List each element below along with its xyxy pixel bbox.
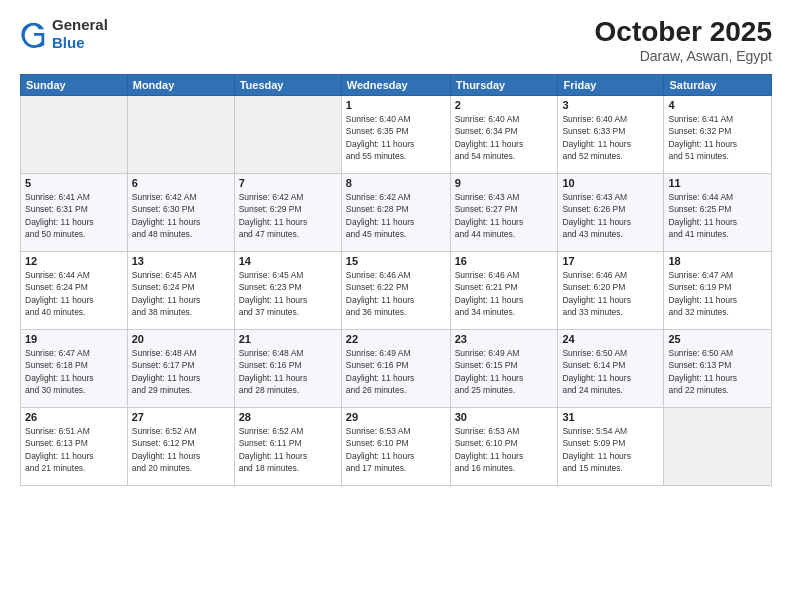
calendar-cell: 3Sunrise: 6:40 AM Sunset: 6:33 PM Daylig…: [558, 96, 664, 174]
logo-blue: Blue: [52, 34, 85, 51]
day-number: 2: [455, 99, 554, 111]
title-block: October 2025 Daraw, Aswan, Egypt: [595, 16, 772, 64]
day-number: 23: [455, 333, 554, 345]
calendar-cell: 22Sunrise: 6:49 AM Sunset: 6:16 PM Dayli…: [341, 330, 450, 408]
day-info: Sunrise: 6:43 AM Sunset: 6:26 PM Dayligh…: [562, 191, 659, 240]
calendar-cell: 14Sunrise: 6:45 AM Sunset: 6:23 PM Dayli…: [234, 252, 341, 330]
day-number: 12: [25, 255, 123, 267]
logo-general: General: [52, 16, 108, 33]
day-number: 27: [132, 411, 230, 423]
day-number: 17: [562, 255, 659, 267]
day-info: Sunrise: 6:52 AM Sunset: 6:11 PM Dayligh…: [239, 425, 337, 474]
calendar-week-row: 26Sunrise: 6:51 AM Sunset: 6:13 PM Dayli…: [21, 408, 772, 486]
calendar-table: SundayMondayTuesdayWednesdayThursdayFrid…: [20, 74, 772, 486]
day-number: 19: [25, 333, 123, 345]
day-info: Sunrise: 6:46 AM Sunset: 6:20 PM Dayligh…: [562, 269, 659, 318]
day-info: Sunrise: 6:40 AM Sunset: 6:34 PM Dayligh…: [455, 113, 554, 162]
day-number: 3: [562, 99, 659, 111]
day-number: 22: [346, 333, 446, 345]
calendar-cell: 17Sunrise: 6:46 AM Sunset: 6:20 PM Dayli…: [558, 252, 664, 330]
month-title: October 2025: [595, 16, 772, 48]
calendar-cell: [127, 96, 234, 174]
day-number: 10: [562, 177, 659, 189]
calendar-week-row: 19Sunrise: 6:47 AM Sunset: 6:18 PM Dayli…: [21, 330, 772, 408]
logo-text: General Blue: [52, 16, 108, 52]
weekday-header-saturday: Saturday: [664, 75, 772, 96]
calendar-cell: [234, 96, 341, 174]
day-info: Sunrise: 6:53 AM Sunset: 6:10 PM Dayligh…: [455, 425, 554, 474]
day-info: Sunrise: 6:44 AM Sunset: 6:24 PM Dayligh…: [25, 269, 123, 318]
calendar-week-row: 1Sunrise: 6:40 AM Sunset: 6:35 PM Daylig…: [21, 96, 772, 174]
day-number: 15: [346, 255, 446, 267]
day-info: Sunrise: 6:46 AM Sunset: 6:21 PM Dayligh…: [455, 269, 554, 318]
calendar-cell: 24Sunrise: 6:50 AM Sunset: 6:14 PM Dayli…: [558, 330, 664, 408]
day-info: Sunrise: 6:41 AM Sunset: 6:31 PM Dayligh…: [25, 191, 123, 240]
day-number: 6: [132, 177, 230, 189]
calendar-cell: [21, 96, 128, 174]
weekday-header-row: SundayMondayTuesdayWednesdayThursdayFrid…: [21, 75, 772, 96]
day-number: 7: [239, 177, 337, 189]
day-info: Sunrise: 6:50 AM Sunset: 6:14 PM Dayligh…: [562, 347, 659, 396]
calendar-cell: 25Sunrise: 6:50 AM Sunset: 6:13 PM Dayli…: [664, 330, 772, 408]
calendar-cell: 7Sunrise: 6:42 AM Sunset: 6:29 PM Daylig…: [234, 174, 341, 252]
day-info: Sunrise: 6:53 AM Sunset: 6:10 PM Dayligh…: [346, 425, 446, 474]
logo-icon: [20, 20, 48, 48]
day-number: 13: [132, 255, 230, 267]
calendar-week-row: 12Sunrise: 6:44 AM Sunset: 6:24 PM Dayli…: [21, 252, 772, 330]
calendar-cell: 31Sunrise: 5:54 AM Sunset: 5:09 PM Dayli…: [558, 408, 664, 486]
calendar-cell: 30Sunrise: 6:53 AM Sunset: 6:10 PM Dayli…: [450, 408, 558, 486]
day-info: Sunrise: 6:52 AM Sunset: 6:12 PM Dayligh…: [132, 425, 230, 474]
day-info: Sunrise: 6:48 AM Sunset: 6:17 PM Dayligh…: [132, 347, 230, 396]
day-number: 25: [668, 333, 767, 345]
weekday-header-thursday: Thursday: [450, 75, 558, 96]
calendar-cell: 21Sunrise: 6:48 AM Sunset: 6:16 PM Dayli…: [234, 330, 341, 408]
day-info: Sunrise: 6:40 AM Sunset: 6:35 PM Dayligh…: [346, 113, 446, 162]
calendar-cell: 29Sunrise: 6:53 AM Sunset: 6:10 PM Dayli…: [341, 408, 450, 486]
day-number: 29: [346, 411, 446, 423]
logo: General Blue: [20, 16, 108, 52]
day-info: Sunrise: 6:42 AM Sunset: 6:29 PM Dayligh…: [239, 191, 337, 240]
calendar-cell: 9Sunrise: 6:43 AM Sunset: 6:27 PM Daylig…: [450, 174, 558, 252]
weekday-header-tuesday: Tuesday: [234, 75, 341, 96]
weekday-header-friday: Friday: [558, 75, 664, 96]
calendar-cell: 6Sunrise: 6:42 AM Sunset: 6:30 PM Daylig…: [127, 174, 234, 252]
day-info: Sunrise: 6:41 AM Sunset: 6:32 PM Dayligh…: [668, 113, 767, 162]
calendar-cell: 8Sunrise: 6:42 AM Sunset: 6:28 PM Daylig…: [341, 174, 450, 252]
day-number: 1: [346, 99, 446, 111]
calendar-cell: 5Sunrise: 6:41 AM Sunset: 6:31 PM Daylig…: [21, 174, 128, 252]
page: General Blue October 2025 Daraw, Aswan, …: [0, 0, 792, 612]
day-info: Sunrise: 6:47 AM Sunset: 6:18 PM Dayligh…: [25, 347, 123, 396]
day-info: Sunrise: 5:54 AM Sunset: 5:09 PM Dayligh…: [562, 425, 659, 474]
location: Daraw, Aswan, Egypt: [595, 48, 772, 64]
day-info: Sunrise: 6:42 AM Sunset: 6:28 PM Dayligh…: [346, 191, 446, 240]
day-number: 14: [239, 255, 337, 267]
weekday-header-sunday: Sunday: [21, 75, 128, 96]
day-info: Sunrise: 6:45 AM Sunset: 6:23 PM Dayligh…: [239, 269, 337, 318]
calendar-cell: 10Sunrise: 6:43 AM Sunset: 6:26 PM Dayli…: [558, 174, 664, 252]
day-number: 26: [25, 411, 123, 423]
day-number: 30: [455, 411, 554, 423]
day-number: 28: [239, 411, 337, 423]
day-info: Sunrise: 6:44 AM Sunset: 6:25 PM Dayligh…: [668, 191, 767, 240]
calendar-cell: 2Sunrise: 6:40 AM Sunset: 6:34 PM Daylig…: [450, 96, 558, 174]
day-number: 31: [562, 411, 659, 423]
day-number: 24: [562, 333, 659, 345]
day-info: Sunrise: 6:51 AM Sunset: 6:13 PM Dayligh…: [25, 425, 123, 474]
day-info: Sunrise: 6:42 AM Sunset: 6:30 PM Dayligh…: [132, 191, 230, 240]
calendar-cell: 1Sunrise: 6:40 AM Sunset: 6:35 PM Daylig…: [341, 96, 450, 174]
day-number: 16: [455, 255, 554, 267]
calendar-cell: 12Sunrise: 6:44 AM Sunset: 6:24 PM Dayli…: [21, 252, 128, 330]
calendar-cell: [664, 408, 772, 486]
day-info: Sunrise: 6:45 AM Sunset: 6:24 PM Dayligh…: [132, 269, 230, 318]
day-number: 20: [132, 333, 230, 345]
day-number: 4: [668, 99, 767, 111]
calendar-cell: 11Sunrise: 6:44 AM Sunset: 6:25 PM Dayli…: [664, 174, 772, 252]
day-info: Sunrise: 6:40 AM Sunset: 6:33 PM Dayligh…: [562, 113, 659, 162]
weekday-header-wednesday: Wednesday: [341, 75, 450, 96]
calendar-week-row: 5Sunrise: 6:41 AM Sunset: 6:31 PM Daylig…: [21, 174, 772, 252]
day-number: 9: [455, 177, 554, 189]
calendar-cell: 28Sunrise: 6:52 AM Sunset: 6:11 PM Dayli…: [234, 408, 341, 486]
day-number: 5: [25, 177, 123, 189]
calendar-cell: 16Sunrise: 6:46 AM Sunset: 6:21 PM Dayli…: [450, 252, 558, 330]
calendar-cell: 20Sunrise: 6:48 AM Sunset: 6:17 PM Dayli…: [127, 330, 234, 408]
